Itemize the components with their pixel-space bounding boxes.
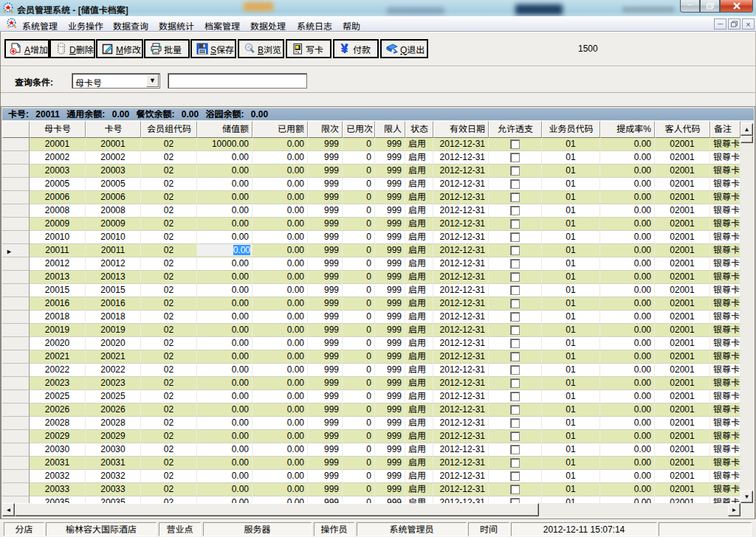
svg-text:¥: ¥ — [340, 42, 348, 55]
